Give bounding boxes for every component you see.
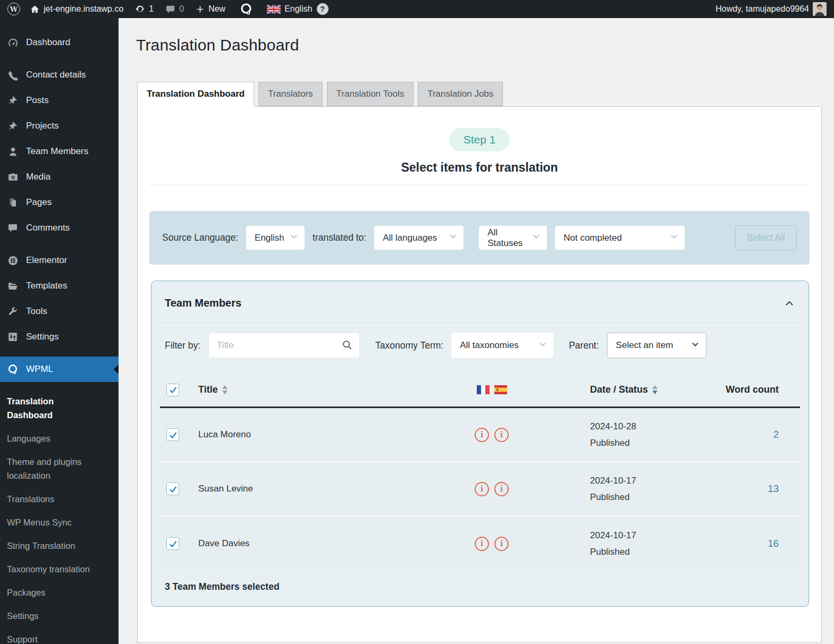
info-icon[interactable]: i: [494, 537, 509, 551]
info-icon[interactable]: i: [494, 482, 509, 496]
submenu-item-settings[interactable]: Settings: [7, 604, 98, 628]
translated-to-select[interactable]: All languages: [374, 226, 464, 250]
sidebar-item-tools[interactable]: Tools: [0, 299, 119, 324]
tab-translation-dashboard[interactable]: Translation Dashboard: [137, 82, 254, 107]
parent-select[interactable]: Select an item: [607, 333, 706, 358]
wordpress-logo-icon[interactable]: W: [7, 3, 20, 15]
row-title[interactable]: Dave Davies: [190, 538, 462, 549]
row-checkbox[interactable]: [166, 428, 179, 441]
account-menu[interactable]: Howdy, tamujapedo9964: [715, 2, 827, 16]
sidebar-item-dashboard[interactable]: Dashboard: [0, 30, 119, 55]
row-date: 2024-10-17: [590, 527, 723, 544]
row-checkbox[interactable]: [166, 482, 179, 495]
row-date-status: 2024-10-17 Published: [590, 472, 723, 505]
step-badge: Step 1: [449, 128, 510, 151]
sidebar-item-label: Templates: [26, 280, 67, 292]
info-icon[interactable]: i: [475, 428, 489, 442]
search-icon: [342, 340, 353, 353]
sidebar-item-projects[interactable]: Projects: [0, 113, 119, 139]
step-heading: Select items for translation: [138, 160, 821, 175]
pushpin-icon: [7, 95, 19, 106]
taxonomy-term-label: Taxonomy Term:: [375, 340, 443, 351]
status-select[interactable]: All Statuses: [479, 226, 547, 250]
sidebar-item-contact-details[interactable]: Contact details: [0, 62, 119, 88]
updates-count: 1: [149, 4, 154, 14]
sidebar-item-settings[interactable]: Settings: [0, 324, 119, 350]
sidebar-item-label: Posts: [26, 95, 49, 106]
question-mark-icon: ?: [317, 3, 328, 15]
row-word-count: 2: [773, 429, 779, 440]
sidebar-item-pages[interactable]: Pages: [0, 190, 119, 215]
completion-select[interactable]: Not completed: [555, 226, 685, 250]
row-title[interactable]: Luca Moreno: [190, 429, 462, 440]
table-row: Susan Levine i i 2024-10-17 Published 13: [160, 462, 800, 516]
title-filter-input[interactable]: [208, 333, 360, 358]
row-checkbox[interactable]: [166, 537, 179, 550]
chevron-down-icon: [670, 232, 678, 243]
updates-indicator[interactable]: 1: [135, 4, 154, 14]
sidebar-item-label: Projects: [26, 120, 58, 132]
sort-date-control[interactable]: [652, 385, 658, 394]
submenu-item-string-translation[interactable]: String Translation: [7, 534, 98, 557]
sidebar-item-posts[interactable]: Posts: [0, 88, 119, 113]
tab-bar: Translation Dashboard Translators Transl…: [137, 82, 834, 106]
submenu-item-languages[interactable]: Languages: [7, 427, 98, 450]
new-label: New: [208, 4, 225, 14]
row-title[interactable]: Susan Levine: [190, 484, 462, 494]
info-icon[interactable]: i: [475, 482, 489, 496]
taxonomy-select[interactable]: All taxonomies: [451, 333, 553, 358]
items-table: Title Date / Status: [160, 373, 800, 571]
sidebar-item-label: Tools: [26, 306, 47, 317]
submenu-item-taxonomy-translation[interactable]: Taxonomy translation: [7, 557, 98, 581]
sidebar-item-label: Dashboard: [26, 37, 70, 48]
update-icon: [135, 4, 145, 14]
uk-flag-icon: [267, 5, 281, 14]
site-name: jet-engine.instawp.co: [44, 4, 123, 14]
select-all-button[interactable]: Select All: [735, 225, 797, 250]
language-filter-bar: Source Language: English translated to: …: [149, 211, 810, 265]
wpml-topbar-icon[interactable]: [239, 2, 253, 16]
sidebar-item-team-members[interactable]: Team Members: [0, 139, 119, 164]
sidebar-item-templates[interactable]: Templates: [0, 273, 119, 299]
check-icon: [169, 430, 178, 439]
row-status: Published: [590, 435, 723, 451]
row-date-status: 2024-10-17 Published: [590, 527, 723, 560]
tab-translation-tools[interactable]: Translation Tools: [327, 82, 414, 106]
new-button[interactable]: New: [196, 4, 225, 14]
collapse-panel-button[interactable]: [784, 298, 795, 309]
table-row: Dave Davies i i 2024-10-17 Published 16: [160, 516, 800, 571]
help-button[interactable]: ?: [317, 3, 328, 15]
check-icon: [169, 539, 178, 548]
sidebar-item-comments[interactable]: Comments: [0, 215, 119, 241]
submenu-item-support[interactable]: Support: [7, 628, 98, 644]
source-language-select[interactable]: English: [246, 226, 305, 250]
selected-summary: 3 Team Members selected: [151, 571, 808, 606]
check-icon: [169, 485, 178, 494]
sort-title-control[interactable]: [222, 385, 228, 394]
chevron-down-icon: [691, 340, 700, 351]
submenu-item-packages[interactable]: Packages: [7, 581, 98, 604]
sidebar-item-wpml[interactable]: WPML: [0, 357, 119, 382]
chevron-down-icon: [538, 340, 547, 351]
submenu-item-translation-dashboard[interactable]: Translation Dashboard: [7, 389, 98, 427]
submenu-item-theme-plugins-localization[interactable]: Theme and plugins localization: [7, 450, 98, 487]
parent-label: Parent:: [569, 340, 599, 351]
submenu-item-translations[interactable]: Translations: [7, 487, 98, 511]
column-header-title[interactable]: Title: [190, 384, 462, 395]
site-link[interactable]: jet-engine.instawp.co: [30, 4, 123, 14]
tab-translation-jobs[interactable]: Translation Jobs: [418, 82, 503, 106]
select-all-checkbox[interactable]: [166, 384, 179, 396]
submenu-item-wp-menus-sync[interactable]: WP Menus Sync: [7, 511, 98, 534]
admin-sidebar: Dashboard Contact details Posts Projects: [0, 18, 119, 644]
info-icon[interactable]: i: [494, 428, 509, 442]
avatar: [813, 2, 827, 16]
comments-indicator[interactable]: 0: [165, 4, 184, 14]
info-icon[interactable]: i: [475, 537, 489, 551]
column-header-date-status[interactable]: Date / Status: [590, 384, 723, 395]
tab-translators[interactable]: Translators: [258, 82, 322, 106]
sidebar-item-media[interactable]: Media: [0, 164, 119, 190]
phone-icon: [7, 70, 19, 81]
active-menu-arrow: [114, 365, 119, 374]
language-switcher[interactable]: English: [267, 4, 312, 14]
sidebar-item-elementor[interactable]: Elementor: [0, 248, 119, 273]
